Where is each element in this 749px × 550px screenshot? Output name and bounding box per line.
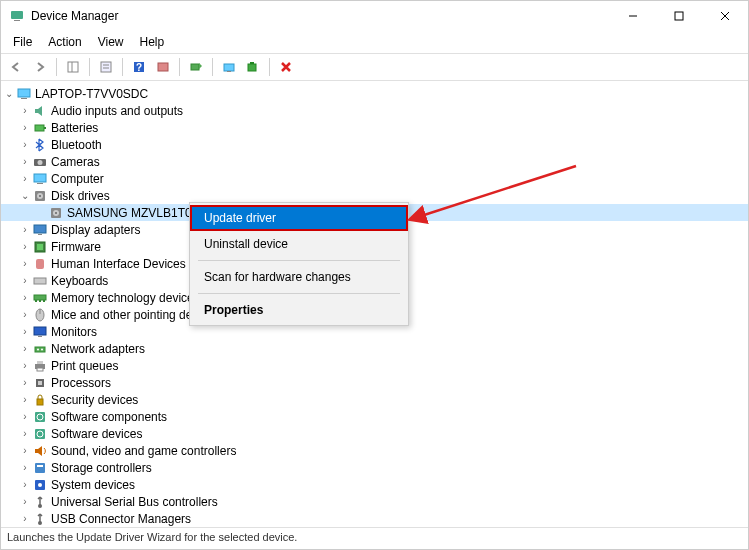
- software-icon: [32, 426, 48, 442]
- tree-category[interactable]: ›Network adapters: [1, 340, 748, 357]
- chevron-icon[interactable]: ›: [19, 462, 31, 473]
- chevron-icon[interactable]: ›: [19, 275, 31, 286]
- svg-rect-44: [43, 300, 45, 302]
- svg-rect-25: [34, 174, 46, 182]
- tree-category[interactable]: ›Storage controllers: [1, 459, 748, 476]
- uninstall-button[interactable]: [242, 56, 264, 78]
- tree-category[interactable]: ›Cameras: [1, 153, 748, 170]
- maximize-button[interactable]: [656, 1, 702, 31]
- tree-category-label: Cameras: [51, 155, 100, 169]
- ctx-update-driver[interactable]: Update driver: [190, 205, 408, 231]
- properties-button[interactable]: [95, 56, 117, 78]
- chevron-icon[interactable]: ›: [19, 309, 31, 320]
- forward-button[interactable]: [29, 56, 51, 78]
- chevron-icon[interactable]: ›: [19, 445, 31, 456]
- chevron-icon[interactable]: ›: [19, 105, 31, 116]
- tree-category[interactable]: ›Audio inputs and outputs: [1, 102, 748, 119]
- svg-rect-1: [14, 20, 20, 21]
- tree-category-label: Human Interface Devices: [51, 257, 186, 271]
- toolbar-separator: [179, 58, 180, 76]
- tree-device-label: SAMSUNG MZVLB1T0: [67, 206, 192, 220]
- chevron-icon[interactable]: ›: [19, 139, 31, 150]
- ctx-uninstall-device[interactable]: Uninstall device: [190, 231, 408, 257]
- tree-category[interactable]: ›Universal Serial Bus controllers: [1, 493, 748, 510]
- tree-category-label: Memory technology devices: [51, 291, 200, 305]
- menu-view[interactable]: View: [90, 33, 132, 51]
- chevron-icon[interactable]: ›: [19, 411, 31, 422]
- svg-rect-49: [35, 347, 45, 352]
- tree-category[interactable]: ›Software devices: [1, 425, 748, 442]
- chevron-icon[interactable]: ›: [19, 292, 31, 303]
- tree-category-label: Network adapters: [51, 342, 145, 356]
- tree-category[interactable]: ›Software components: [1, 408, 748, 425]
- chevron-icon[interactable]: ›: [19, 343, 31, 354]
- device-tree-pane[interactable]: ⌄LAPTOP-T7VV0SDC›Audio inputs and output…: [1, 81, 748, 527]
- tree-category-label: Firmware: [51, 240, 101, 254]
- display-icon: [32, 222, 48, 238]
- ctx-properties[interactable]: Properties: [190, 297, 408, 323]
- app-icon: [9, 8, 25, 24]
- help-button[interactable]: ?: [128, 56, 150, 78]
- close-button[interactable]: [702, 1, 748, 31]
- chevron-icon[interactable]: ›: [19, 258, 31, 269]
- chevron-icon[interactable]: ›: [19, 394, 31, 405]
- svg-rect-16: [227, 71, 231, 72]
- menubar: File Action View Help: [1, 31, 748, 53]
- svg-rect-63: [37, 465, 43, 467]
- toolbar-separator: [212, 58, 213, 76]
- chevron-icon[interactable]: ›: [19, 360, 31, 371]
- minimize-button[interactable]: [610, 1, 656, 31]
- tree-category-label: Software devices: [51, 427, 142, 441]
- chevron-icon[interactable]: ›: [19, 224, 31, 235]
- tree-category[interactable]: ›System devices: [1, 476, 748, 493]
- tree-category[interactable]: ›Bluetooth: [1, 136, 748, 153]
- tree-category[interactable]: ›Sound, video and game controllers: [1, 442, 748, 459]
- computer-icon: [32, 171, 48, 187]
- tree-category[interactable]: ›USB Connector Managers: [1, 510, 748, 527]
- tree-category[interactable]: ›Print queues: [1, 357, 748, 374]
- system-icon: [32, 477, 48, 493]
- svg-rect-53: [37, 361, 43, 364]
- tree-category[interactable]: ›Batteries: [1, 119, 748, 136]
- delete-button[interactable]: [275, 56, 297, 78]
- chevron-icon[interactable]: ›: [19, 428, 31, 439]
- menu-help[interactable]: Help: [132, 33, 173, 51]
- chevron-icon[interactable]: ›: [19, 241, 31, 252]
- svg-rect-19: [18, 89, 30, 97]
- device-manager-window: Device Manager File Action View Help ? ⌄…: [0, 0, 749, 550]
- chevron-icon[interactable]: ›: [19, 122, 31, 133]
- svg-rect-18: [250, 62, 254, 64]
- svg-rect-56: [38, 381, 42, 385]
- ctx-scan-hardware[interactable]: Scan for hardware changes: [190, 264, 408, 290]
- scan-button[interactable]: [185, 56, 207, 78]
- menu-file[interactable]: File: [5, 33, 40, 51]
- sound-icon: [32, 443, 48, 459]
- tree-root[interactable]: ⌄LAPTOP-T7VV0SDC: [1, 85, 748, 102]
- show-hide-tree-button[interactable]: [62, 56, 84, 78]
- chevron-down-icon[interactable]: ⌄: [3, 88, 15, 99]
- menu-action[interactable]: Action: [40, 33, 89, 51]
- tree-category-label: Universal Serial Bus controllers: [51, 495, 218, 509]
- svg-rect-62: [35, 463, 45, 473]
- tree-category[interactable]: ›Processors: [1, 374, 748, 391]
- chevron-icon[interactable]: ›: [19, 479, 31, 490]
- back-button[interactable]: [5, 56, 27, 78]
- chevron-icon[interactable]: ›: [19, 173, 31, 184]
- chevron-icon[interactable]: ⌄: [19, 190, 31, 201]
- svg-rect-22: [44, 127, 46, 129]
- chevron-icon[interactable]: ›: [19, 496, 31, 507]
- update-button[interactable]: [218, 56, 240, 78]
- svg-rect-38: [34, 278, 46, 284]
- tree-category[interactable]: ›Computer: [1, 170, 748, 187]
- action-button[interactable]: [152, 56, 174, 78]
- svg-rect-36: [37, 244, 43, 250]
- tree-category-label: Bluetooth: [51, 138, 102, 152]
- chevron-icon[interactable]: ›: [19, 513, 31, 524]
- tree-category[interactable]: ›Security devices: [1, 391, 748, 408]
- chevron-icon[interactable]: ›: [19, 377, 31, 388]
- svg-point-65: [38, 483, 42, 487]
- chevron-icon[interactable]: ›: [19, 156, 31, 167]
- chevron-icon[interactable]: ›: [19, 326, 31, 337]
- svg-rect-42: [35, 300, 37, 302]
- svg-rect-26: [37, 183, 43, 184]
